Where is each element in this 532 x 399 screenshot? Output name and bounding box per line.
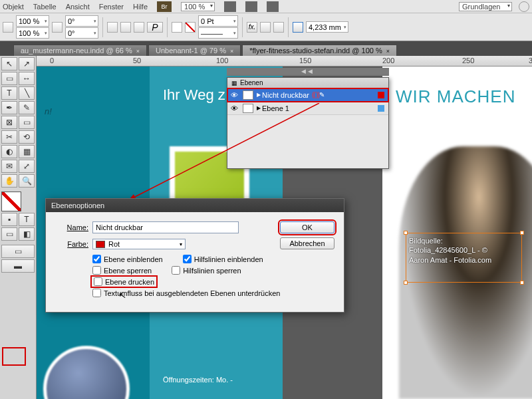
layer-name: Ebene 1 bbox=[262, 104, 289, 112]
rect-tool[interactable]: ▭ bbox=[19, 116, 35, 129]
gradient-tool[interactable]: ◐ bbox=[1, 145, 17, 158]
image-credit-text: Bildquelle: Fotolia_42845600_L - © Aaron… bbox=[406, 233, 521, 267]
layer-row-ebene1[interactable]: 👁 ▶ Ebene 1 bbox=[227, 102, 388, 115]
control-toolbar: 100 % 100 % 0° 0° P 0 Pt ——— fx. 4,233 m… bbox=[0, 13, 532, 41]
dialog-title: Ebenenoptionen bbox=[46, 199, 344, 212]
hand-tool[interactable]: ✋ bbox=[1, 174, 17, 188]
eyedropper-tool[interactable]: ⤢ bbox=[19, 160, 35, 173]
visibility-icon[interactable]: 👁 bbox=[227, 104, 241, 112]
scissors-tool[interactable]: ✂ bbox=[1, 130, 17, 144]
check-lock-guides[interactable]: Hilfslinien sperren bbox=[172, 266, 241, 275]
measure-field[interactable]: 4,233 mm bbox=[306, 21, 348, 33]
apply-color-icon[interactable]: ▪ bbox=[1, 213, 17, 226]
menu-tabelle[interactable]: Tabelle bbox=[33, 3, 57, 11]
view-normal-icon[interactable]: ▭ bbox=[1, 245, 35, 258]
cancel-button[interactable]: Abbrechen bbox=[280, 237, 334, 249]
screen-mode-icon[interactable] bbox=[245, 1, 257, 12]
close-icon[interactable]: × bbox=[386, 48, 390, 55]
fill-swatch[interactable] bbox=[172, 22, 182, 33]
menu-ansicht[interactable]: Ansicht bbox=[66, 3, 90, 11]
type-tool[interactable]: T bbox=[1, 86, 17, 100]
tab-flyer[interactable]: *flyer-fitness-studio-stefan.indd @ 100 … bbox=[242, 45, 397, 56]
disclosure-icon[interactable]: ▶ bbox=[257, 105, 261, 111]
stroke-weight[interactable]: 0 Pt bbox=[198, 15, 238, 27]
apply-grad-icon[interactable]: ◧ bbox=[19, 227, 35, 241]
tab-mustermann[interactable]: au_mustermann-neu.indd @ 66 %× bbox=[13, 45, 147, 56]
view-preview-icon[interactable]: ▬ bbox=[1, 259, 35, 273]
check-show-layer[interactable]: Ebene einblenden bbox=[92, 255, 163, 263]
wrap-icon[interactable] bbox=[260, 22, 271, 33]
flip-h-icon[interactable] bbox=[107, 22, 118, 33]
stroke-style[interactable]: ——— bbox=[198, 27, 238, 39]
text-placeholder-icon[interactable]: P bbox=[147, 22, 163, 33]
zoom-level[interactable]: 100 % bbox=[181, 2, 215, 11]
layer-row-nicht-druckbar[interactable]: 👁 ▶ Nicht druckbar (( )) ✎ bbox=[227, 88, 388, 102]
select-container-icon[interactable] bbox=[134, 22, 144, 33]
ref-point-icon[interactable] bbox=[3, 22, 13, 33]
zoom-tool[interactable]: 🔍 bbox=[19, 174, 35, 188]
direct-select-tool[interactable]: ↗ bbox=[19, 57, 35, 70]
wave-indicator: (( )) bbox=[312, 91, 319, 98]
link-icon[interactable] bbox=[52, 22, 63, 33]
fill-stroke-swatch[interactable] bbox=[1, 192, 21, 211]
disclosure-icon[interactable]: ▶ bbox=[257, 92, 261, 98]
angle-a[interactable]: 0° bbox=[65, 15, 98, 27]
layers-empty-area bbox=[227, 115, 388, 168]
tab-unbenannt[interactable]: Unbenannt-1 @ 79 %× bbox=[148, 45, 241, 56]
close-icon[interactable]: × bbox=[136, 48, 140, 55]
workspace-switcher[interactable]: Grundlagen bbox=[459, 2, 512, 11]
menu-fenster[interactable]: Fenster bbox=[99, 3, 124, 11]
layers-panel-title[interactable]: Ebenen bbox=[227, 78, 388, 88]
gap-tool[interactable]: ↔ bbox=[19, 72, 35, 85]
name-label: Name: bbox=[55, 223, 88, 231]
layer-color-swatch bbox=[378, 105, 384, 112]
layer-options-dialog: Ebenenoptionen OK Abbrechen Name: Farbe:… bbox=[45, 198, 344, 313]
visibility-icon[interactable]: 👁 bbox=[227, 91, 241, 99]
page-tool[interactable]: ▭ bbox=[1, 72, 17, 85]
transform-tool[interactable]: ⟲ bbox=[19, 130, 35, 144]
note-tool[interactable]: ✉ bbox=[1, 160, 17, 173]
mouse-cursor: ↖ bbox=[118, 289, 128, 301]
opening-times: Öffnungszeiten: Mo. - bbox=[163, 376, 233, 384]
pen-icon: ✎ bbox=[319, 91, 325, 98]
feather-tool[interactable]: ▦ bbox=[19, 145, 35, 158]
menu-hilfe[interactable]: Hilfe bbox=[133, 3, 148, 11]
layer-name: Nicht druckbar bbox=[262, 91, 309, 99]
menu-objekt[interactable]: Objekt bbox=[3, 3, 24, 11]
pen-tool[interactable]: ✒ bbox=[1, 101, 17, 114]
selection-tool[interactable]: ↖ bbox=[1, 57, 17, 70]
close-icon[interactable]: × bbox=[230, 48, 233, 55]
search-icon[interactable] bbox=[519, 1, 529, 12]
lock-box[interactable] bbox=[243, 90, 253, 100]
opacity-b[interactable]: 100 % bbox=[16, 27, 49, 39]
angle-b[interactable]: 0° bbox=[65, 27, 98, 39]
ok-button[interactable]: OK bbox=[280, 221, 334, 233]
stroke-swatch[interactable] bbox=[185, 22, 196, 33]
view-mode-icon[interactable] bbox=[224, 1, 236, 12]
lock-box[interactable] bbox=[243, 104, 253, 113]
selected-text-frame[interactable]: Bildquelle: Fotolia_42845600_L - © Aaron… bbox=[406, 233, 522, 283]
bridge-icon[interactable]: Br bbox=[157, 1, 172, 12]
flip-v-icon[interactable] bbox=[120, 22, 131, 33]
left-tagline: n! bbox=[45, 106, 52, 116]
layers-panel: Ebenen 👁 ▶ Nicht druckbar (( )) ✎ 👁 ▶ Eb… bbox=[227, 77, 389, 169]
opacity-a[interactable]: 100 % bbox=[16, 15, 49, 27]
layer-color-swatch bbox=[378, 92, 384, 98]
panel-collapse-grip[interactable]: ◀◀ bbox=[227, 68, 389, 76]
apply-text-icon[interactable]: T bbox=[19, 213, 35, 226]
layer-color-select[interactable]: Rot bbox=[92, 239, 186, 249]
check-print-layer[interactable]: Ebene drucken bbox=[92, 277, 156, 286]
document-tabs: au_mustermann-neu.indd @ 66 %× Unbenannt… bbox=[0, 41, 532, 56]
fx-icon[interactable]: fx. bbox=[247, 22, 257, 33]
line-tool[interactable]: ╲ bbox=[19, 86, 35, 100]
check-lock-layer[interactable]: Ebene sperren bbox=[92, 266, 152, 275]
corner-icon[interactable] bbox=[273, 22, 284, 33]
apply-none-icon[interactable]: ▭ bbox=[1, 227, 17, 241]
highlight-marker bbox=[2, 347, 26, 366]
check-show-guides[interactable]: Hilfslinien einblenden bbox=[183, 255, 263, 263]
frame-tool[interactable]: ⊠ bbox=[1, 116, 17, 129]
frame-fit-icon[interactable] bbox=[293, 22, 303, 33]
pencil-tool[interactable]: ✎ bbox=[19, 101, 35, 114]
layer-name-input[interactable] bbox=[92, 221, 239, 233]
arrange-icon[interactable] bbox=[267, 1, 279, 12]
